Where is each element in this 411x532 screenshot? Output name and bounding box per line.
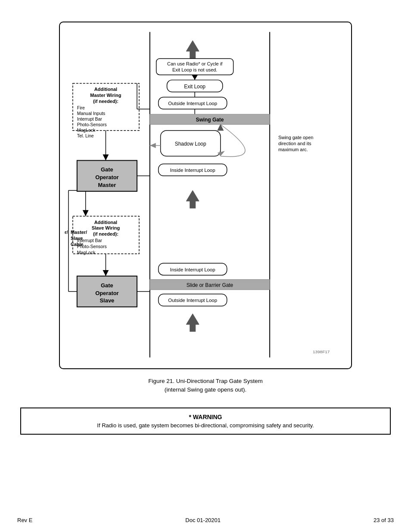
svg-marker-69 [103, 270, 109, 276]
svg-marker-25 [150, 143, 156, 148]
svg-text:Fire: Fire [77, 106, 85, 110]
svg-text:Slide or Barrier Gate: Slide or Barrier Gate [187, 282, 234, 288]
svg-marker-82 [83, 210, 89, 216]
svg-text:Slave: Slave [71, 236, 83, 241]
svg-text:Inside Interrupt  Loop: Inside Interrupt Loop [170, 267, 215, 272]
svg-text:Operator: Operator [95, 174, 119, 180]
svg-text:Exit Loop: Exit Loop [184, 84, 206, 90]
figure-title-line2: (internal Swing gate opens out). [148, 386, 263, 394]
svg-text:Slave: Slave [100, 297, 115, 304]
svg-rect-29 [190, 201, 196, 208]
svg-text:MagLock: MagLock [77, 128, 96, 133]
svg-text:Gate: Gate [101, 282, 113, 289]
svg-marker-2 [186, 40, 199, 51]
svg-text:Shadow Loop: Shadow Loop [175, 141, 206, 147]
svg-text:Additional: Additional [94, 87, 117, 92]
svg-marker-20 [218, 124, 224, 131]
svg-marker-28 [186, 190, 199, 201]
footer-rev: Rev E [17, 517, 32, 523]
figure-title-line1: Figure 21. Uni-Directional Trap Gate Sys… [148, 377, 263, 386]
warning-box: * WARNING If Radio is used, gate system … [20, 408, 391, 435]
svg-text:(if needed):: (if needed): [93, 99, 118, 104]
svg-text:Operator: Operator [95, 290, 119, 296]
svg-text:Outside Interrupt  Loop: Outside Interrupt Loop [168, 101, 217, 106]
svg-text:direction and its: direction and its [278, 141, 311, 146]
svg-marker-54 [103, 155, 109, 161]
footer-page: 23 of 33 [374, 517, 394, 523]
svg-text:Outside Interrupt  Loop: Outside Interrupt Loop [168, 298, 217, 303]
page: Can use Radio* or Cycle if Exit Loop is … [0, 0, 411, 532]
svg-text:Swing gate open: Swing gate open [278, 135, 313, 140]
svg-text:Inside Interrupt  Loop: Inside Interrupt Loop [170, 168, 215, 173]
svg-marker-36 [186, 314, 199, 324]
svg-text:Interrupt  Bar: Interrupt Bar [77, 117, 102, 121]
svg-text:1398F17: 1398F17 [313, 349, 330, 354]
warning-title: * WARNING [30, 414, 381, 420]
svg-text:Cable: Cable [71, 242, 84, 247]
svg-text:(if needed):: (if needed): [93, 231, 118, 236]
warning-text: If Radio is used, gate system becomes bi… [30, 422, 381, 429]
footer-doc: Doc 01-20201 [185, 517, 221, 523]
svg-text:Tel. Line: Tel. Line [77, 134, 94, 138]
footer: Rev E Doc 01-20201 23 of 33 [17, 517, 394, 523]
svg-text:Master/: Master/ [64, 230, 68, 235]
svg-rect-37 [190, 324, 196, 332]
svg-marker-8 [192, 75, 198, 80]
svg-text:Exit Loop is not used.: Exit Loop is not used. [172, 67, 217, 72]
svg-text:Swing Gate: Swing Gate [196, 117, 224, 123]
diagram-svg: Can use Radio* or Cycle if Exit Loop is … [64, 31, 347, 358]
svg-text:Photo-Sensors: Photo-Sensors [77, 122, 107, 127]
svg-text:Manual Inputs: Manual Inputs [77, 111, 105, 116]
svg-text:Slave Wiring: Slave Wiring [92, 226, 120, 231]
svg-text:Master: Master [98, 182, 116, 188]
svg-text:Master Wiring: Master Wiring [90, 93, 121, 98]
svg-rect-3 [190, 51, 196, 59]
svg-text:Master/: Master/ [71, 230, 87, 235]
svg-text:maximum arc.: maximum arc. [278, 147, 308, 152]
figure-caption: Figure 21. Uni-Directional Trap Gate Sys… [148, 377, 263, 395]
svg-text:MagLock: MagLock [77, 250, 96, 255]
svg-text:Gate: Gate [101, 166, 113, 173]
svg-text:Can use Radio* or Cycle if: Can use Radio* or Cycle if [167, 61, 223, 66]
svg-text:Additional: Additional [94, 220, 117, 225]
diagram-wrapper: Can use Radio* or Cycle if Exit Loop is … [59, 22, 352, 369]
